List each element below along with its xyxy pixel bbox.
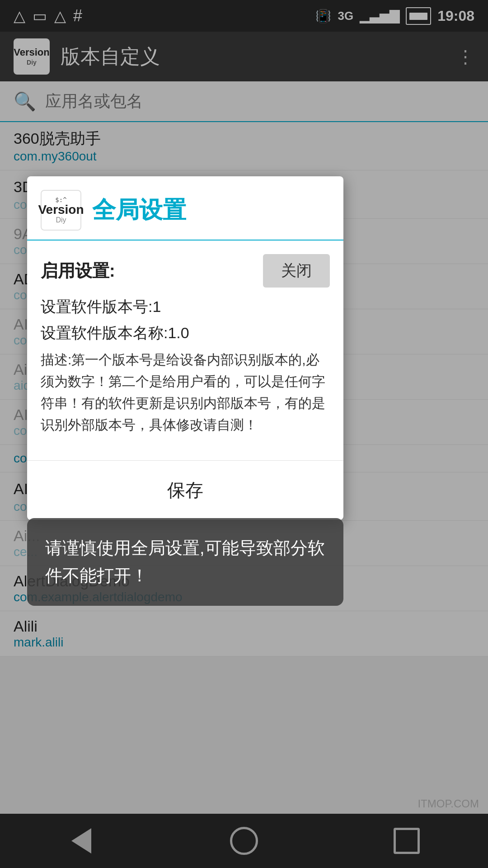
- version-name-line: 设置软件版本名称:1.0: [41, 323, 330, 344]
- toast-text: 请谨慎使用全局设置,可能导致部分软件不能打开！: [45, 538, 325, 585]
- settings-dialog: $:^ Version Diy 全局设置 启用设置: 关闭 设置软件版本号:1 …: [27, 176, 343, 520]
- dialog-section-header: 启用设置: 关闭: [41, 254, 330, 288]
- close-button[interactable]: 关闭: [263, 254, 330, 288]
- dialog-logo-version: Version: [38, 203, 84, 216]
- dialog-body: 启用设置: 关闭 设置软件版本号:1 设置软件版本名称:1.0 描述:第一个版本…: [27, 241, 343, 449]
- save-button[interactable]: 保存: [140, 473, 230, 507]
- version-code-line: 设置软件版本号:1: [41, 297, 330, 317]
- dialog-footer: 保存: [27, 461, 343, 520]
- dialog-description: 描述:第一个版本号是给设备内部识别版本的,必须为数字！第二个是给用户看的，可以是…: [41, 349, 330, 436]
- dialog-title: 全局设置: [92, 194, 186, 226]
- dialog-logo: $:^ Version Diy: [41, 190, 81, 231]
- dialog-section-title: 启用设置:: [41, 259, 115, 283]
- dialog-header: $:^ Version Diy 全局设置: [27, 176, 343, 241]
- dialog-logo-diy: Diy: [56, 216, 66, 224]
- toast-message: 请谨慎使用全局设置,可能导致部分软件不能打开！: [27, 518, 343, 606]
